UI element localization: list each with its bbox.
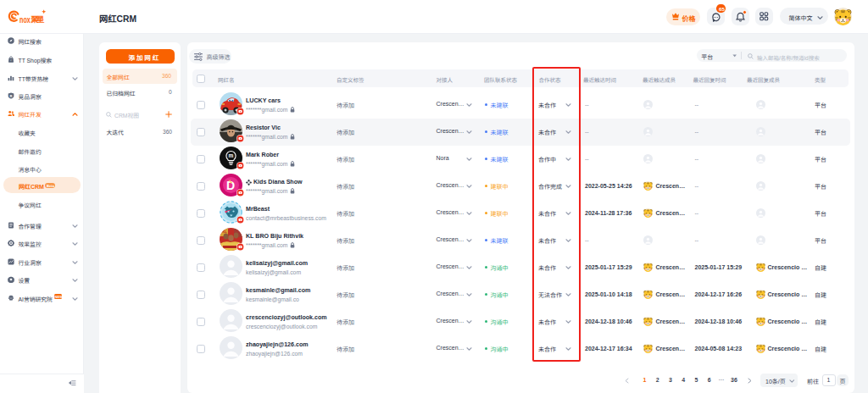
svg-text:m: m [229, 152, 234, 158]
svg-text:聚星: 聚星 [31, 13, 45, 25]
svg-text:♪: ♪ [10, 59, 12, 63]
svg-text:KL: KL [222, 229, 227, 233]
svg-text:R: R [10, 94, 13, 98]
svg-text:nox: nox [19, 14, 31, 25]
svg-text:D: D [226, 178, 235, 191]
